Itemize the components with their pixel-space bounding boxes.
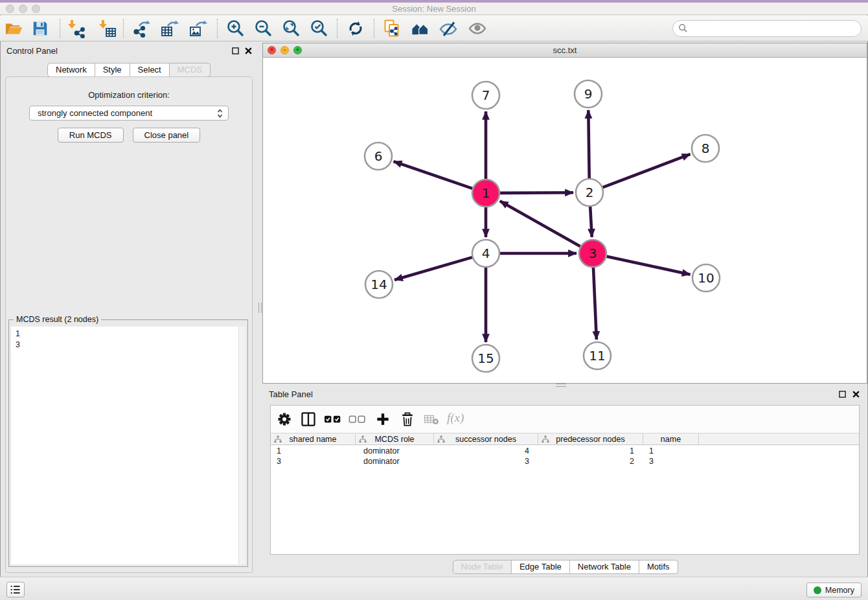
zoom-out-button[interactable]	[252, 18, 274, 39]
delete-table-button[interactable]	[421, 410, 442, 429]
export-image-button[interactable]	[187, 18, 209, 39]
float-table-panel-icon[interactable]	[839, 390, 846, 400]
plus-icon	[374, 411, 391, 428]
graph-edge-2-8[interactable]	[603, 154, 691, 187]
graph-edge-4-14[interactable]	[394, 257, 472, 280]
graph-edge-1-6[interactable]	[394, 161, 473, 189]
table-cell[interactable]: 2	[538, 456, 643, 467]
table-row[interactable]: 1 dominator 4 1 1	[271, 446, 859, 456]
graph-edge-2-9[interactable]	[588, 110, 589, 178]
column-header-shared-name[interactable]: shared name	[271, 433, 356, 444]
list-icon	[10, 584, 21, 595]
save-session-button[interactable]	[29, 18, 51, 39]
network-canvas[interactable]: 7968124314101511	[263, 58, 867, 383]
eye-icon	[467, 19, 488, 38]
apply-layout-button[interactable]	[345, 18, 367, 39]
toolbar-separator	[217, 19, 218, 38]
zoom-fit-button[interactable]	[280, 18, 302, 39]
tab-network-table[interactable]: Network Table	[570, 560, 639, 574]
graph-edge-3-11[interactable]	[593, 268, 597, 340]
toolbar-separator	[374, 19, 374, 38]
graph-node-label: 11	[589, 348, 605, 363]
column-view-button[interactable]	[298, 410, 319, 429]
mcds-result-text[interactable]: 1 3	[11, 327, 246, 564]
import-network-button[interactable]	[65, 18, 87, 39]
mcds-result-title: MCDS result (2 nodes)	[14, 315, 101, 324]
show-all-button[interactable]	[466, 18, 488, 39]
floppy-save-icon	[31, 19, 49, 38]
toolbar-separator	[123, 19, 124, 38]
column-header-name[interactable]: name	[643, 433, 699, 444]
table-cell[interactable]: 4	[434, 446, 538, 456]
zoom-in-button[interactable]	[224, 18, 246, 39]
duplicate-network-button[interactable]	[381, 18, 403, 39]
task-history-button[interactable]	[6, 582, 25, 597]
graph-node-label: 6	[374, 148, 383, 164]
float-panel-icon[interactable]	[232, 47, 239, 56]
table-row[interactable]: 3 dominator 3 2 3	[271, 456, 859, 467]
export-table-button[interactable]	[159, 18, 181, 39]
export-table-icon	[160, 19, 179, 38]
criterion-select[interactable]: strongly connected component	[29, 106, 229, 121]
delete-column-button[interactable]	[397, 410, 418, 429]
import-table-button[interactable]	[97, 18, 119, 39]
toolbar-separator	[60, 19, 60, 38]
tab-mcds[interactable]: MCDS	[170, 63, 211, 77]
table-cell[interactable]: 3	[434, 456, 538, 467]
column-header-mcds-role[interactable]: MCDS role	[356, 433, 434, 444]
control-panel-tabs: Network Style Select MCDS	[47, 63, 211, 77]
memory-status-dot	[814, 586, 821, 594]
tab-network[interactable]: Network	[47, 63, 95, 77]
deselect-all-button[interactable]	[347, 410, 368, 429]
close-panel-button[interactable]: Close panel	[133, 128, 201, 143]
mcds-buttons: Run MCDS Close panel	[6, 128, 252, 143]
table-settings-button[interactable]	[274, 410, 295, 429]
tree-icon	[274, 435, 282, 443]
tab-motifs[interactable]: Motifs	[639, 560, 678, 574]
graph-edge-1-2[interactable]	[500, 192, 573, 193]
table-cell[interactable]: 1	[271, 446, 356, 456]
search-input[interactable]	[672, 20, 862, 37]
zoom-selected-button[interactable]	[308, 18, 330, 39]
add-column-button[interactable]	[372, 410, 393, 429]
table-cell[interactable]: 1	[538, 446, 643, 456]
tab-select[interactable]: Select	[130, 63, 170, 77]
memory-button[interactable]: Memory	[806, 583, 862, 597]
column-header-predecessor-nodes[interactable]: predecessor nodes	[538, 433, 643, 444]
toolbar-separator	[337, 19, 337, 38]
unchecked-boxes-icon	[348, 411, 367, 428]
table-cell[interactable]: 1	[643, 446, 699, 456]
graph-node-label: 9	[584, 86, 593, 102]
graph-node-label: 2	[586, 185, 594, 200]
tab-node-table[interactable]: Node Table	[452, 560, 512, 574]
select-all-button[interactable]	[323, 410, 343, 429]
first-neighbors-button[interactable]	[409, 18, 431, 39]
tab-edge-table[interactable]: Edge Table	[512, 560, 570, 574]
table-cell[interactable]: dominator	[356, 446, 434, 456]
memory-label: Memory	[825, 586, 854, 595]
function-builder-icon[interactable]: f(x)	[447, 411, 464, 425]
export-network-icon	[131, 19, 151, 38]
column-header-successor-nodes[interactable]: successor nodes	[434, 433, 538, 444]
tree-icon	[437, 435, 445, 443]
graph-edge-3-1[interactable]	[500, 201, 580, 246]
panel-splitter-grip[interactable]	[258, 303, 262, 313]
hide-selected-button[interactable]	[437, 18, 459, 39]
table-cell[interactable]: 3	[271, 456, 356, 467]
network-view-window: ✕ − + scc.txt 7968124314101511	[262, 43, 867, 384]
open-session-button[interactable]	[3, 18, 25, 39]
result-scrollbar[interactable]	[238, 327, 246, 564]
close-panel-icon[interactable]	[245, 47, 252, 56]
export-network-button[interactable]	[130, 18, 152, 39]
graph-edge-2-3[interactable]	[590, 207, 592, 237]
graph-edge-3-10[interactable]	[607, 257, 691, 275]
table-cell[interactable]: dominator	[356, 456, 434, 467]
eye-slash-icon	[438, 19, 459, 38]
table-cell[interactable]: 3	[643, 456, 699, 467]
run-mcds-button[interactable]: Run MCDS	[58, 128, 124, 143]
control-panel: Control Panel Network Style Select MCDS …	[0, 41, 258, 577]
titlebar: Session: New Session	[0, 3, 868, 15]
tab-style[interactable]: Style	[95, 63, 130, 77]
close-table-panel-icon[interactable]	[852, 390, 860, 400]
trash-icon	[399, 411, 416, 428]
